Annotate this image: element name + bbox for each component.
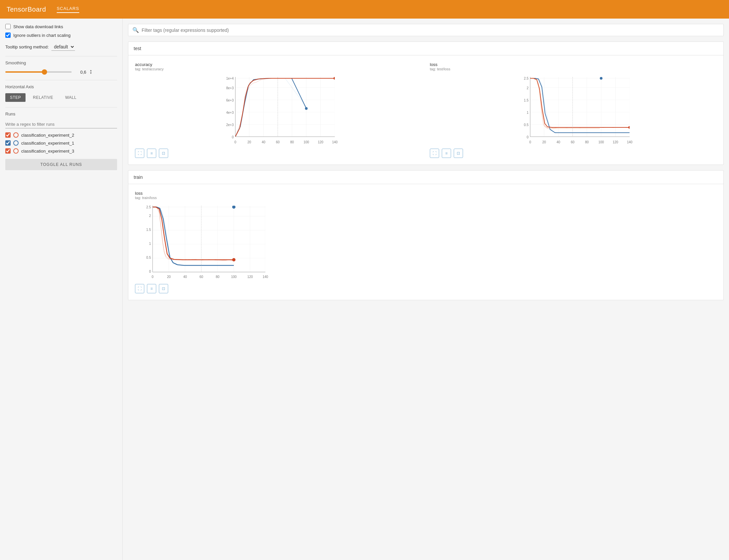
svg-text:0: 0 xyxy=(149,270,151,273)
filter-input[interactable] xyxy=(142,28,719,33)
axis-step-btn[interactable]: STEP xyxy=(5,93,26,102)
svg-text:0.5: 0.5 xyxy=(146,256,151,259)
test-loss-expand-btn[interactable]: ⛶ xyxy=(430,149,439,158)
divider-2 xyxy=(5,80,117,80)
tooltip-row: Tooltip sorting method: default xyxy=(5,43,117,51)
train-loss-svg: 0 0.5 1 1.5 2 2.5 0 20 40 60 80 xyxy=(135,202,270,282)
run-item-2: classification_experiment_1 xyxy=(5,140,117,146)
accuracy-svg: 0 2e+3 4e+3 6e+3 8e+3 1e+4 0 20 40 60 80 xyxy=(135,74,422,147)
svg-text:60: 60 xyxy=(276,140,280,144)
svg-text:1: 1 xyxy=(527,111,529,114)
main-content: 🔍 test accuracy tag: test/accuracy xyxy=(123,19,729,560)
svg-text:0: 0 xyxy=(152,275,154,279)
svg-text:2: 2 xyxy=(149,214,151,218)
svg-point-31 xyxy=(305,107,308,110)
svg-text:8e+3: 8e+3 xyxy=(226,86,234,90)
svg-text:20: 20 xyxy=(542,140,546,144)
test-loss-menu-btn[interactable]: ≡ xyxy=(442,149,451,158)
ignore-outliers-label[interactable]: Ignore outliers in chart scaling xyxy=(13,33,71,38)
accuracy-chart-actions: ⛶ ≡ ⊡ xyxy=(135,149,422,158)
toggle-all-runs-btn[interactable]: TOGGLE ALL RUNS xyxy=(5,159,117,170)
svg-text:40: 40 xyxy=(556,140,560,144)
train-loss-fit-btn[interactable]: ⊡ xyxy=(159,284,168,293)
svg-text:40: 40 xyxy=(262,140,266,144)
axis-section: Horizontal Axis STEP RELATIVE WALL xyxy=(5,84,117,102)
test-section-title: test xyxy=(128,42,723,55)
smoothing-value: 0,6 xyxy=(74,70,86,75)
svg-text:120: 120 xyxy=(248,275,253,279)
train-section-title: train xyxy=(128,171,723,184)
train-loss-chart-actions: ⛶ ≡ ⊡ xyxy=(135,284,270,293)
test-loss-chart: 0 0.5 1 1.5 2 2.5 0 20 40 60 80 xyxy=(430,74,717,147)
runs-filter-input[interactable] xyxy=(5,120,117,128)
smoothing-down-btn[interactable]: ▼ xyxy=(90,72,92,75)
svg-point-95 xyxy=(232,205,236,209)
divider-1 xyxy=(5,56,117,56)
ignore-outliers-row: Ignore outliers in chart scaling xyxy=(5,33,117,38)
runs-title: Runs xyxy=(5,111,117,116)
svg-text:6e+3: 6e+3 xyxy=(226,99,234,102)
train-loss-chart-tag: tag: train/loss xyxy=(135,196,270,200)
show-download-checkbox[interactable] xyxy=(5,24,11,29)
svg-point-32 xyxy=(334,77,336,80)
train-loss-menu-btn[interactable]: ≡ xyxy=(147,284,156,293)
svg-text:140: 140 xyxy=(627,140,632,144)
axis-relative-btn[interactable]: RELATIVE xyxy=(28,93,58,102)
options-section: Show data download links Ignore outliers… xyxy=(5,24,117,38)
run-1-dot xyxy=(13,132,19,138)
run-3-checkbox[interactable] xyxy=(5,148,11,154)
svg-text:1e+4: 1e+4 xyxy=(226,77,234,80)
svg-rect-67 xyxy=(153,206,265,272)
run-3-name: classification_experiment_3 xyxy=(21,149,74,154)
run-2-checkbox[interactable] xyxy=(5,140,11,146)
svg-text:80: 80 xyxy=(585,140,589,144)
svg-text:2.5: 2.5 xyxy=(524,77,529,80)
train-section: train loss tag: train/loss 0 0.5 xyxy=(128,170,724,300)
layout: Show data download links Ignore outliers… xyxy=(0,19,729,560)
tooltip-label: Tooltip sorting method: xyxy=(5,44,49,49)
axis-wall-btn[interactable]: WALL xyxy=(60,93,81,102)
smoothing-row: 0,6 ▲ ▼ xyxy=(5,69,117,75)
smoothing-title: Smoothing xyxy=(5,60,117,65)
accuracy-expand-btn[interactable]: ⛶ xyxy=(135,149,144,158)
svg-rect-0 xyxy=(236,77,335,137)
test-loss-chart-actions: ⛶ ≡ ⊡ xyxy=(430,149,717,158)
smoothing-section: Smoothing 0,6 ▲ ▼ xyxy=(5,60,117,75)
svg-text:80: 80 xyxy=(290,140,294,144)
svg-text:120: 120 xyxy=(318,140,324,144)
svg-text:140: 140 xyxy=(332,140,338,144)
divider-3 xyxy=(5,107,117,107)
svg-text:80: 80 xyxy=(216,275,220,279)
test-charts-row: accuracy tag: test/accuracy 0 2e+3 4e+3 xyxy=(128,55,723,165)
train-loss-chart-title: loss xyxy=(135,191,270,196)
run-2-name: classification_experiment_1 xyxy=(21,141,74,146)
test-section: test accuracy tag: test/accuracy 0 xyxy=(128,41,724,165)
accuracy-chart-card: accuracy tag: test/accuracy 0 2e+3 4e+3 xyxy=(131,58,426,162)
header: TensorBoard SCALARS xyxy=(0,0,729,19)
svg-text:0.5: 0.5 xyxy=(524,123,529,127)
train-loss-expand-btn[interactable]: ⛶ xyxy=(135,284,144,293)
accuracy-fit-btn[interactable]: ⊡ xyxy=(159,149,168,158)
svg-text:2.5: 2.5 xyxy=(146,205,151,209)
header-nav: SCALARS xyxy=(57,6,79,13)
svg-text:1.5: 1.5 xyxy=(146,228,151,232)
ignore-outliers-checkbox[interactable] xyxy=(5,33,11,38)
test-loss-fit-btn[interactable]: ⊡ xyxy=(454,149,463,158)
svg-text:0: 0 xyxy=(235,140,237,144)
accuracy-chart-tag: tag: test/accuracy xyxy=(135,67,422,71)
nav-scalars[interactable]: SCALARS xyxy=(57,6,79,13)
train-charts-row: loss tag: train/loss 0 0.5 1 1.5 2 xyxy=(128,184,723,300)
svg-point-63 xyxy=(628,126,631,129)
svg-text:40: 40 xyxy=(183,275,187,279)
run-1-checkbox[interactable] xyxy=(5,132,11,138)
smoothing-slider[interactable] xyxy=(5,71,72,73)
test-loss-chart-title: loss xyxy=(430,62,717,67)
svg-text:100: 100 xyxy=(598,140,604,144)
svg-text:100: 100 xyxy=(304,140,309,144)
accuracy-menu-btn[interactable]: ≡ xyxy=(147,149,156,158)
smoothing-spin: ▲ ▼ xyxy=(90,69,92,75)
svg-text:2e+3: 2e+3 xyxy=(226,123,234,127)
svg-point-96 xyxy=(232,258,236,261)
show-download-label[interactable]: Show data download links xyxy=(13,24,63,29)
tooltip-select[interactable]: default xyxy=(51,43,75,51)
